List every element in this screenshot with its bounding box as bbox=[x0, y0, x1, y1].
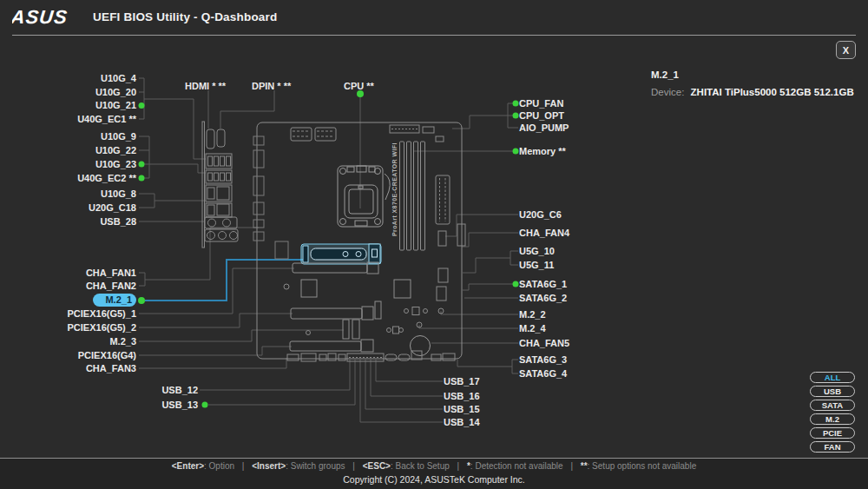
motherboard-diagram: ProArt X870E-CREATOR WIFI bbox=[0, 0, 868, 458]
port-label-u10g-20[interactable]: U10G_20 bbox=[95, 86, 136, 98]
hint-key-insert: <Insert> bbox=[252, 461, 286, 471]
right-edge-headers bbox=[437, 224, 465, 301]
rear-io-panel bbox=[202, 122, 238, 248]
filter-button-pcie[interactable]: PCIE bbox=[810, 427, 855, 439]
port-label-m2-2[interactable]: M.2_2 bbox=[519, 308, 546, 320]
port-label-cha-fan5[interactable]: CHA_FAN5 bbox=[519, 337, 569, 349]
port-label-cpu-opt[interactable]: CPU_OPT bbox=[519, 109, 564, 122]
hint-key-enter: <Enter> bbox=[172, 461, 204, 471]
port-label-u40g-ec2[interactable]: U40G_EC2 ** bbox=[77, 172, 136, 184]
port-label-pciex16-g5-2[interactable]: PCIEX16(G5)_2 bbox=[68, 321, 136, 334]
port-label-pciex16-g5-1[interactable]: PCIEX16(G5)_1 bbox=[68, 307, 136, 320]
port-label-u10g-22[interactable]: U10G_22 bbox=[95, 144, 136, 156]
port-label-cpu-fan[interactable]: CPU_FAN bbox=[519, 97, 563, 109]
sata-port bbox=[385, 354, 397, 360]
port-label-usb-17[interactable]: USB_17 bbox=[444, 375, 480, 387]
q-dashboard-screen: ASUS UEFI BIOS Utility - Q-Dashboard X bbox=[0, 0, 868, 489]
port-label-aio-pump[interactable]: AIO_PUMP bbox=[519, 122, 569, 134]
port-label-m2-4[interactable]: M.2_4 bbox=[519, 322, 546, 334]
port-label-usb-15[interactable]: USB_15 bbox=[444, 403, 480, 415]
lan-port bbox=[217, 187, 229, 200]
port-label-usb-14[interactable]: USB_14 bbox=[444, 416, 480, 428]
device-info: Device: ZHITAI TiPlus5000 512GB 512.1GB bbox=[651, 87, 854, 97]
port-label-usb-16[interactable]: USB_16 bbox=[444, 390, 480, 402]
hdmi-port bbox=[207, 129, 214, 149]
port-label-u10g-23[interactable]: U10G_23 bbox=[95, 158, 136, 170]
footer: <Enter>: Option | <Insert>: Switch group… bbox=[0, 458, 868, 489]
cmos-battery bbox=[411, 336, 431, 356]
port-label-u10g-21[interactable]: U10G_21 bbox=[95, 99, 136, 111]
port-label-hdmi[interactable]: HDMI * ** bbox=[185, 80, 226, 92]
port-label-u10g-4[interactable]: U10G_4 bbox=[101, 72, 136, 84]
filter-button-m2[interactable]: M.2 bbox=[810, 413, 855, 425]
hint-key-double-asterisk: ** bbox=[581, 461, 588, 471]
board-artwork: ProArt X870E-CREATOR WIFI bbox=[0, 0, 868, 458]
m2-1-slot-highlighted bbox=[301, 244, 381, 264]
port-label-dpin[interactable]: DPIN * ** bbox=[252, 80, 291, 92]
port-label-memory[interactable]: Memory ** bbox=[519, 145, 566, 157]
port-label-sata6g-3[interactable]: SATA6G_3 bbox=[519, 354, 567, 366]
board-name: ProArt X870E-CREATOR WIFI bbox=[391, 142, 398, 236]
port-label-u10g-8[interactable]: U10G_8 bbox=[101, 188, 136, 200]
port-label-u5g-11[interactable]: U5G_11 bbox=[519, 259, 554, 271]
ram-slots bbox=[400, 142, 425, 250]
filter-button-sata[interactable]: SATA bbox=[810, 400, 855, 411]
dp-port bbox=[217, 129, 225, 147]
port-label-usb-13[interactable]: USB_13 bbox=[161, 399, 198, 411]
port-label-u10g-9[interactable]: U10G_9 bbox=[101, 130, 136, 142]
port-label-cha-fan1[interactable]: CHA_FAN1 bbox=[86, 267, 136, 279]
filter-button-fan[interactable]: FAN bbox=[810, 441, 855, 453]
port-label-m2-1-selected[interactable]: M.2_1 bbox=[93, 294, 136, 307]
port-label-m2-3[interactable]: M.2_3 bbox=[109, 335, 136, 347]
port-label-sata6g-1[interactable]: SATA6G_1 bbox=[519, 278, 567, 290]
port-label-cpu[interactable]: CPU ** bbox=[344, 80, 374, 92]
port-label-u40g-ec1[interactable]: U40G_EC1 ** bbox=[77, 113, 136, 125]
filter-button-group: ALL USB SATA M.2 PCIE FAN bbox=[810, 372, 855, 455]
device-info-value: ZHITAI TiPlus5000 512GB 512.1GB bbox=[691, 87, 854, 97]
expansion-slots bbox=[290, 262, 411, 352]
filter-button-usb[interactable]: USB bbox=[810, 386, 855, 397]
sata-port bbox=[398, 354, 410, 360]
key-hints: <Enter>: Option | <Insert>: Switch group… bbox=[0, 461, 868, 471]
device-info-prefix: Device: bbox=[651, 87, 684, 97]
copyright-text: Copyright (C) 2024, ASUSTeK Computer Inc… bbox=[0, 474, 868, 485]
port-label-u20g-c6[interactable]: U20G_C6 bbox=[519, 208, 562, 221]
selected-port-name: M.2_1 bbox=[651, 69, 679, 80]
port-label-u20g-c18[interactable]: U20G_C18 bbox=[89, 202, 136, 214]
port-label-sata6g-4[interactable]: SATA6G_4 bbox=[519, 367, 567, 380]
port-label-cha-fan4[interactable]: CHA_FAN4 bbox=[519, 227, 569, 239]
port-label-sata6g-2[interactable]: SATA6G_2 bbox=[519, 292, 567, 304]
filter-button-all[interactable]: ALL bbox=[810, 372, 855, 383]
port-label-usb-28[interactable]: USB_28 bbox=[100, 215, 136, 228]
port-label-cha-fan3[interactable]: CHA_FAN3 bbox=[86, 362, 136, 374]
atx-24pin bbox=[436, 175, 450, 224]
eps-connectors bbox=[291, 125, 444, 142]
port-label-u5g-10[interactable]: U5G_10 bbox=[519, 245, 555, 257]
port-label-cha-fan2[interactable]: CHA_FAN2 bbox=[86, 280, 136, 292]
standoffs bbox=[284, 284, 444, 335]
cpu-socket bbox=[338, 166, 390, 227]
port-label-usb-12[interactable]: USB_12 bbox=[161, 384, 198, 396]
port-label-pciex16-g4[interactable]: PCIEX16(G4) bbox=[78, 349, 136, 361]
hint-key-esc: <ESC> bbox=[363, 461, 391, 471]
